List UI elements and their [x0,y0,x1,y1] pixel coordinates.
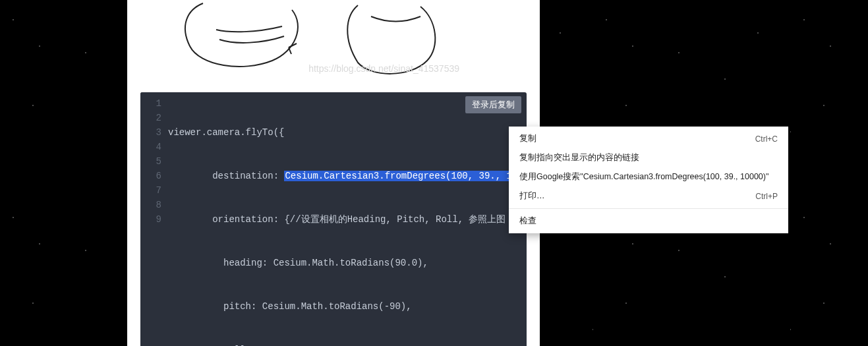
line-number: 7 [140,183,161,198]
context-menu-label: 使用Google搜索"Cesium.Cartesian3.fromDegrees… [519,171,768,183]
line-number: 3 [140,125,161,140]
context-menu-separator [509,208,788,209]
code-line: heading: Cesium.Math.toRadians(90.0), [168,256,520,270]
copy-after-login-button[interactable]: 登录后复制 [465,96,521,113]
line-number: 5 [140,154,161,169]
code-line: viewer.camera.flyTo({ [168,125,520,140]
illustration-image: https://blog.csdn.net/sinat_41537539 [127,0,465,78]
line-number: 1 [140,96,161,111]
context-menu-inspect[interactable]: 检查 [509,212,788,231]
line-number: 4 [140,140,161,154]
line-number: 9 [140,212,161,227]
context-menu-google-search[interactable]: 使用Google搜索"Cesium.Cartesian3.fromDegrees… [509,167,788,187]
context-menu-print[interactable]: 打印… Ctrl+P [509,187,788,206]
code-line: pitch: Cesium.Math.toRadians(-90), [168,299,520,314]
line-number: 6 [140,169,161,183]
code-line: roll: 0.0 [168,343,520,346]
code-line: orientation: {//设置相机的Heading, Pitch, Rol… [168,212,520,227]
context-menu-shortcut: Ctrl+C [755,134,778,144]
context-menu: 复制 Ctrl+C 复制指向突出显示的内容的链接 使用Google搜索"Cesi… [509,127,788,233]
watermark-text: https://blog.csdn.net/sinat_41537539 [308,63,459,74]
code-text: destination: [168,171,284,181]
line-number-gutter: 1 2 3 4 5 6 7 8 9 [140,92,168,231]
article-content: https://blog.csdn.net/sinat_41537539 登录后… [127,0,540,346]
selected-text: Cesium.Cartesian3.fromDegrees(100, 39., … [284,171,527,181]
context-menu-label: 复制指向突出显示的内容的链接 [519,152,639,163]
context-menu-label: 复制 [519,133,536,144]
code-content[interactable]: viewer.camera.flyTo({ destination: Cesiu… [168,92,527,346]
context-menu-label: 打印… [519,190,545,202]
line-number: 2 [140,111,161,125]
context-menu-label: 检查 [519,216,536,227]
line-number: 8 [140,198,161,212]
code-line: destination: Cesium.Cartesian3.fromDegre… [168,169,520,183]
context-menu-copy-link-highlight[interactable]: 复制指向突出显示的内容的链接 [509,148,788,167]
code-block-1: 登录后复制 1 2 3 4 5 6 7 8 9 viewer.camera.fl… [140,92,527,346]
context-menu-shortcut: Ctrl+P [755,192,778,201]
context-menu-copy[interactable]: 复制 Ctrl+C [509,129,788,148]
